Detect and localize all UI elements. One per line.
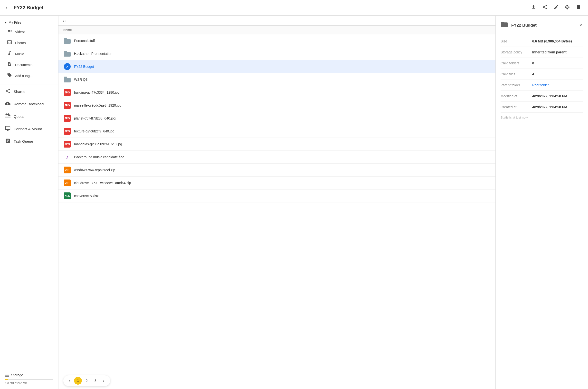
detail-value: 4 xyxy=(532,72,583,76)
documents-icon xyxy=(7,62,12,68)
storage-bar-background xyxy=(5,379,53,380)
table-row[interactable]: JPG marseille-gf9cdc5ae3_1920.jpg xyxy=(58,99,495,112)
music-icon xyxy=(7,51,12,57)
detail-row-modified: Modified at 4/29/2022, 1:04:58 PM xyxy=(501,91,583,102)
back-button[interactable]: ← xyxy=(5,5,10,10)
share-button[interactable] xyxy=(540,2,550,13)
file-name: Personal stuff xyxy=(74,39,491,43)
next-page-button[interactable]: › xyxy=(100,377,107,384)
breadcrumb: / › xyxy=(58,16,495,26)
detail-label: Modified at xyxy=(501,94,532,98)
image-file-icon: JPG xyxy=(63,89,71,96)
sidebar-item-videos[interactable]: Videos xyxy=(0,26,58,37)
detail-row-child-files: Child files 4 xyxy=(501,69,583,80)
sidebar-item-shared[interactable]: Shared xyxy=(0,85,58,98)
sidebar-nav-label: Connect & Mount xyxy=(14,127,42,131)
file-list-header: Name xyxy=(58,26,495,34)
sidebar-item-music[interactable]: Music xyxy=(0,48,58,59)
sidebar: ▾ My Files Videos Photos xyxy=(0,16,58,389)
image-file-icon: JPG xyxy=(63,140,71,148)
table-row[interactable]: JPG texture-g9fc6f2cf9_640.jpg xyxy=(58,125,495,138)
my-files-label: My Files xyxy=(8,21,21,24)
breadcrumb-root[interactable]: / xyxy=(63,19,64,22)
file-name: FY22 Budget xyxy=(74,65,491,68)
prev-page-button[interactable]: ‹ xyxy=(66,377,73,384)
storage-usage-text: 3.6 GB / 53.0 GB xyxy=(5,382,53,385)
table-row[interactable]: ♪ Background music candidate.flac xyxy=(58,151,495,164)
table-row[interactable]: ✓ FY22 Budget xyxy=(58,60,495,73)
sidebar-item-label: Videos xyxy=(15,30,26,34)
page-1-button[interactable]: 1 xyxy=(74,377,82,385)
zip-file-icon: ZIP xyxy=(63,179,71,187)
task-queue-icon xyxy=(5,138,11,145)
detail-value: 0 xyxy=(532,61,583,65)
sidebar-item-photos[interactable]: Photos xyxy=(0,37,58,48)
pagination: ‹ 1 2 3 › xyxy=(63,375,110,386)
sidebar-item-label: Photos xyxy=(15,41,26,45)
detail-label: Created at xyxy=(501,105,532,109)
sidebar-nav-label: Quota xyxy=(14,114,24,119)
detail-panel: FY22 Budget × Size 6.6 MB (6,906,054 Byt… xyxy=(495,16,588,389)
table-row[interactable]: WSR Q3 xyxy=(58,73,495,86)
storage-icon xyxy=(5,373,9,377)
file-name: windows-x64-repairTool.zip xyxy=(74,168,491,172)
folder-icon xyxy=(63,37,71,45)
file-area: / › Name Personal stuff xyxy=(58,16,495,389)
detail-close-button[interactable]: × xyxy=(578,22,583,29)
videos-icon xyxy=(7,29,12,35)
move-button[interactable] xyxy=(563,2,572,13)
table-row[interactable]: JPG building-gcf47c3334_1280.jpg xyxy=(58,86,495,99)
pagination-container: ‹ 1 2 3 › xyxy=(58,372,495,389)
detail-row-child-folders: Child folders 0 xyxy=(501,58,583,69)
sidebar-item-connect-mount[interactable]: Connect & Mount xyxy=(0,123,58,135)
sidebar-item-documents[interactable]: Documents xyxy=(0,59,58,70)
file-name: marseille-gf9cdc5ae3_1920.jpg xyxy=(74,103,491,107)
excel-file-icon: XLS xyxy=(63,192,71,200)
edit-button[interactable] xyxy=(552,2,561,13)
folder-icon xyxy=(63,76,71,83)
delete-button[interactable] xyxy=(574,2,583,13)
image-file-icon: JPG xyxy=(63,114,71,122)
sidebar-item-remote-download[interactable]: Remote Download xyxy=(0,98,58,110)
photos-icon xyxy=(7,40,12,46)
image-file-icon: JPG xyxy=(63,101,71,109)
sidebar-nav-label: Shared xyxy=(14,90,25,94)
file-name: building-gcf47c3334_1280.jpg xyxy=(74,91,491,94)
table-row[interactable]: ZIP cloudreve_3.5.0_windows_amd64.zip xyxy=(58,177,495,190)
table-row[interactable]: Hackathon Prensentation xyxy=(58,47,495,60)
file-name: WSR Q3 xyxy=(74,78,491,81)
selected-folder-icon: ✓ xyxy=(63,63,71,70)
detail-label: Parent folder xyxy=(501,83,532,87)
parent-folder-link[interactable]: Root folder xyxy=(532,83,583,87)
chevron-down-icon: ▾ xyxy=(5,21,7,24)
table-row[interactable]: JPG planet-g574f7d288_640.jpg xyxy=(58,112,495,125)
download-button[interactable] xyxy=(529,2,538,13)
table-row[interactable]: XLS convertscsv.xlsx xyxy=(58,190,495,202)
file-list: Personal stuff Hackathon Prensentation ✓… xyxy=(58,34,495,372)
detail-row-storage-policy: Storage policy Inherited from parent xyxy=(501,47,583,58)
sidebar-item-label: Documents xyxy=(15,63,32,67)
detail-row-parent-folder: Parent folder Root folder xyxy=(501,80,583,91)
storage-bar-fill xyxy=(5,379,8,380)
tag-icon xyxy=(7,73,12,79)
page-3-button[interactable]: 3 xyxy=(92,377,99,385)
zip-file-icon: ZIP xyxy=(63,166,71,174)
folder-icon xyxy=(63,50,71,58)
sidebar-item-add-tag[interactable]: Add a tag... xyxy=(0,70,58,81)
table-row[interactable]: JPG mandalas-g236e1b834_640.jpg xyxy=(58,138,495,151)
detail-title: FY22 Budget xyxy=(511,23,575,28)
file-name: planet-g574f7d288_640.jpg xyxy=(74,116,491,120)
header-actions xyxy=(529,2,583,13)
sidebar-item-quota[interactable]: Quota xyxy=(0,110,58,123)
sidebar-item-task-queue[interactable]: Task Queue xyxy=(0,135,58,148)
detail-value: 4/29/2022, 1:04:58 PM xyxy=(532,94,583,98)
sidebar-nav-label: Task Queue xyxy=(14,139,33,143)
sidebar-item-label: Add a tag... xyxy=(15,74,33,78)
detail-value: 4/29/2022, 1:04:58 PM xyxy=(532,105,583,109)
detail-label: Child folders xyxy=(501,61,532,65)
page-2-button[interactable]: 2 xyxy=(83,377,91,385)
page-title: FY22 Budget xyxy=(14,5,529,10)
table-row[interactable]: Personal stuff xyxy=(58,34,495,47)
table-row[interactable]: ZIP windows-x64-repairTool.zip xyxy=(58,164,495,177)
my-files-header[interactable]: ▾ My Files xyxy=(0,19,58,26)
